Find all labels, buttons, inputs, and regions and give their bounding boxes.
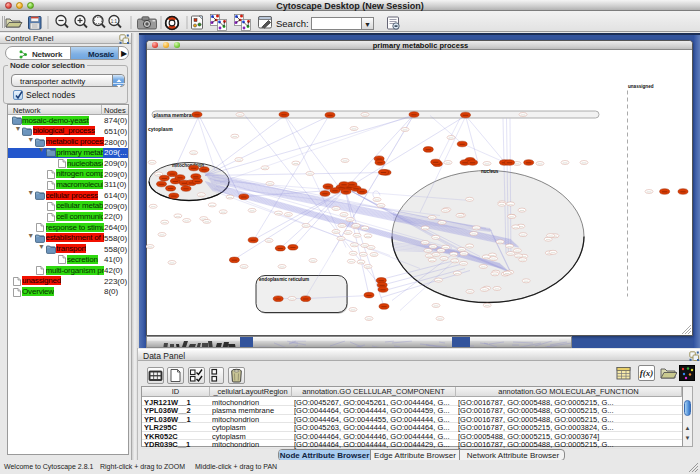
- svg-text:1:1: 1:1: [111, 19, 118, 24]
- svg-text:plasma membrane: plasma membrane: [154, 111, 198, 117]
- svg-text:unassigned: unassigned: [628, 83, 654, 88]
- svg-text:cytoplasm: cytoplasm: [148, 125, 173, 131]
- svg-text:endoplasmic reticulum: endoplasmic reticulum: [259, 277, 309, 282]
- svg-text:nucleus: nucleus: [481, 169, 499, 174]
